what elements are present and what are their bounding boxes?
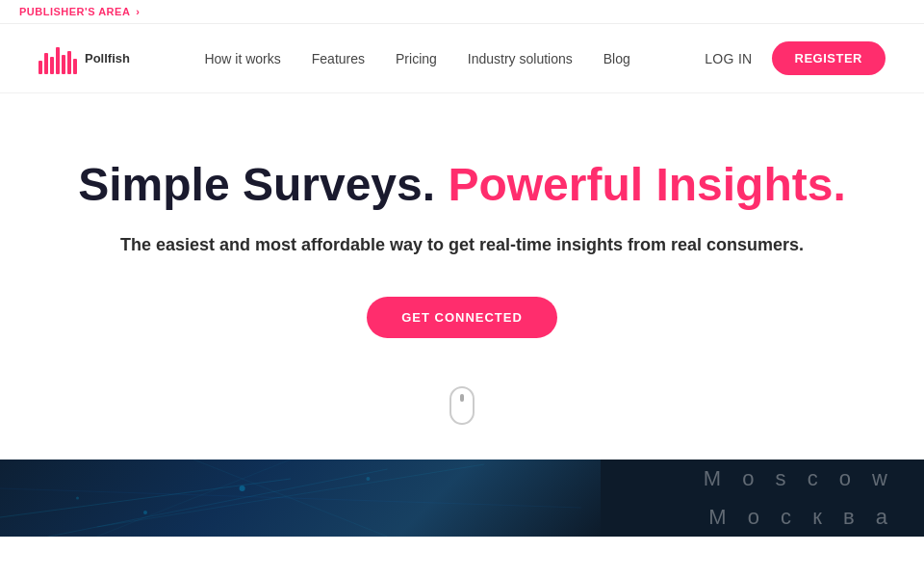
nav-blog[interactable]: Blog (603, 51, 630, 66)
nav-right: LOG IN REGISTER (705, 41, 886, 75)
moscow-label: M o s c o w М о с к в а (0, 460, 924, 537)
scroll-indicator (449, 386, 475, 425)
hero-title: Simple Surveys. Powerful Insights. (78, 157, 846, 213)
hero-title-part2: Powerful Insights. (448, 159, 845, 210)
publisher-chevron-icon: › (136, 6, 140, 17)
login-button[interactable]: LOG IN (705, 51, 752, 66)
main-nav: How it works Features Pricing Industry s… (204, 51, 629, 66)
scroll-dot (460, 394, 464, 402)
hero-section: Simple Surveys. Powerful Insights. The e… (0, 93, 924, 460)
logo[interactable]: Pollfish (38, 43, 130, 74)
logo-bar-7 (73, 59, 77, 74)
nav-features[interactable]: Features (312, 51, 365, 66)
logo-bar-3 (50, 57, 54, 74)
logo-bar-1 (38, 61, 42, 74)
publisher-bar: PUBLISHER'S AREA › (0, 0, 924, 24)
nav-industry-solutions[interactable]: Industry solutions (468, 51, 573, 66)
moscow-en: M o s c o w (704, 460, 895, 498)
hero-title-part1: Simple Surveys. (78, 159, 448, 210)
logo-bar-4 (56, 47, 60, 74)
hero-subtitle: The easiest and most affordable way to g… (120, 232, 804, 258)
nav-how-it-works[interactable]: How it works (204, 51, 280, 66)
logo-bar-6 (67, 51, 71, 74)
logo-icon (38, 43, 77, 74)
moscow-text: M o s c o w М о с к в а (704, 460, 895, 536)
register-button[interactable]: REGISTER (772, 41, 886, 75)
logo-text: Pollfish (85, 51, 130, 66)
publisher-area-link[interactable]: PUBLISHER'S AREA (19, 6, 130, 17)
dark-section: M o s c o w М о с к в а (0, 460, 924, 537)
header: Pollfish How it works Features Pricing I… (0, 24, 924, 93)
scroll-mouse-icon (449, 386, 475, 425)
logo-bar-5 (62, 55, 65, 74)
nav-pricing[interactable]: Pricing (396, 51, 437, 66)
moscow-ru: М о с к в а (704, 498, 895, 537)
get-connected-button[interactable]: GET CONNECTED (367, 297, 557, 338)
logo-bar-2 (44, 53, 48, 74)
